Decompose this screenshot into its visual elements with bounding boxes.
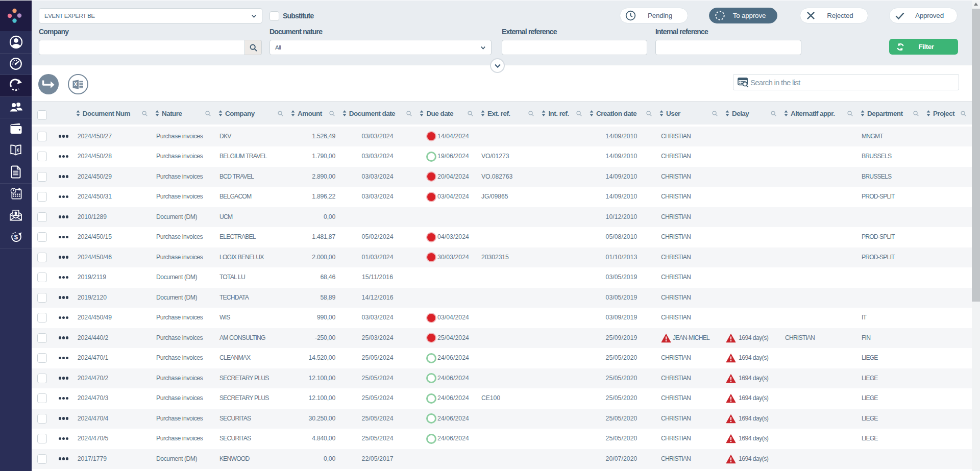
svg-text:$: $: [14, 233, 18, 241]
svg-text:X: X: [74, 81, 78, 87]
svg-text:€: €: [17, 147, 19, 153]
